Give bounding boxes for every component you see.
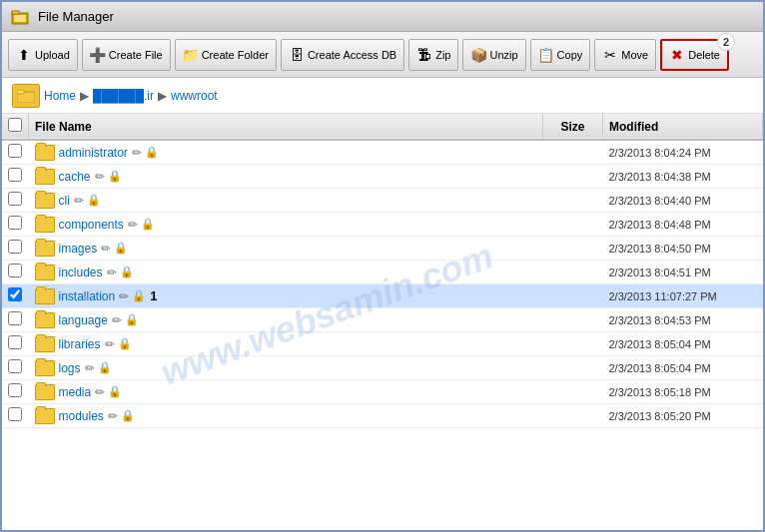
table-row: administrator✏🔒2/3/2013 8:04:24 PM [2,140,763,165]
lock-icon: 🔒 [98,361,112,374]
row-checkbox-cell [2,237,29,261]
toolbar: ⬆ Upload ➕ Create File 📁 Create Folder 🗄… [2,32,763,78]
breadcrumb-sep1: ▶ [80,89,89,103]
row-checkbox[interactable] [8,335,22,349]
row-modified-cell: 2/3/2013 8:05:04 PM [603,356,763,380]
file-link[interactable]: installation [59,289,116,303]
file-table-scroll[interactable]: File Name Size Modified administrator✏🔒2… [2,114,763,530]
folder-icon [35,360,55,376]
row-checkbox[interactable] [8,240,22,254]
folder-icon [35,288,55,304]
folder-icon [35,312,55,328]
breadcrumb-middle[interactable]: ██████.ir [93,89,154,103]
row-checkbox[interactable] [8,168,22,182]
file-link[interactable]: logs [59,361,81,375]
app-icon [10,7,30,27]
edit-icon[interactable]: ✏ [112,313,122,327]
file-link[interactable]: cache [59,170,91,184]
edit-icon[interactable]: ✏ [107,266,117,279]
table-row: media✏🔒2/3/2013 8:05:18 PM [2,380,763,404]
copy-button[interactable]: 📋 Copy [530,39,591,71]
row-checkbox-cell [2,140,29,165]
lock-icon: 🔒 [125,313,139,326]
breadcrumb-home[interactable]: Home [44,89,76,103]
lock-icon: 🔒 [114,242,128,255]
edit-icon[interactable]: ✏ [95,170,105,184]
row-checkbox[interactable] [8,216,22,230]
row-checkbox[interactable] [8,264,22,277]
row-filename-cell: modules✏🔒 [29,404,543,428]
unzip-button[interactable]: 📦 Unzip [462,39,525,71]
edit-icon[interactable]: ✏ [108,409,118,423]
breadcrumb-end[interactable]: wwwroot [171,89,218,103]
row-checkbox[interactable] [8,407,22,421]
file-list: administrator✏🔒2/3/2013 8:04:24 PMcache✏… [2,140,763,428]
title-bar: File Manager [2,2,763,32]
row-size-cell [543,213,603,237]
row-modified-cell: 2/3/2013 8:04:24 PM [603,140,763,165]
row-size-cell [543,284,603,308]
edit-icon[interactable]: ✏ [119,289,129,303]
file-link[interactable]: libraries [59,337,101,351]
row-filename-cell: media✏🔒 [29,380,543,404]
row-modified-cell: 2/3/2013 8:04:40 PM [603,189,763,213]
row-checkbox[interactable] [8,144,22,158]
svg-rect-4 [17,90,24,94]
row-filename-cell: administrator✏🔒 [29,140,543,165]
col-modified: Modified [603,114,763,140]
edit-icon[interactable]: ✏ [105,337,115,351]
file-link[interactable]: images [59,242,98,256]
file-table-container: www.websamin.com File Name Size [2,114,763,530]
file-link[interactable]: language [59,313,108,327]
zip-button[interactable]: 🗜 Zip [408,39,458,71]
table-row: language✏🔒2/3/2013 8:04:53 PM [2,308,763,332]
row-checkbox-cell [2,356,29,380]
edit-icon[interactable]: ✏ [132,146,142,160]
table-row: includes✏🔒2/3/2013 8:04:51 PM [2,261,763,284]
file-link[interactable]: components [59,218,124,232]
edit-icon[interactable]: ✏ [74,194,84,208]
create-file-button[interactable]: ➕ Create File [82,39,171,71]
create-file-icon: ➕ [90,47,106,63]
lock-icon: 🔒 [108,385,122,398]
row-checkbox[interactable] [8,383,22,397]
upload-button[interactable]: ⬆ Upload [8,39,78,71]
row-checkbox[interactable] [8,192,22,206]
file-link[interactable]: media [59,385,92,399]
row-size-cell [543,261,603,284]
create-folder-button[interactable]: 📁 Create Folder [175,39,277,71]
edit-icon[interactable]: ✏ [85,361,95,375]
row-modified-cell: 2/3/2013 8:04:50 PM [603,237,763,261]
edit-icon[interactable]: ✏ [128,218,138,232]
row-size-cell [543,380,603,404]
access-db-icon: 🗄 [289,47,305,63]
folder-icon [35,384,55,400]
upload-icon: ⬆ [16,47,32,63]
table-row: cache✏🔒2/3/2013 8:04:38 PM [2,165,763,189]
file-link[interactable]: administrator [59,146,128,160]
folder-icon [35,193,55,209]
row-size-cell [543,140,603,165]
row-filename-cell: includes✏🔒 [29,261,543,284]
select-all-checkbox[interactable] [8,118,22,132]
copy-icon: 📋 [538,47,554,63]
breadcrumb-sep2: ▶ [158,89,167,103]
installation-label-1: 1 [150,288,157,303]
file-link[interactable]: cli [59,194,70,208]
row-filename-cell: components✏🔒 [29,213,543,237]
row-checkbox-cell [2,165,29,189]
table-row: installation✏🔒12/3/2013 11:07:27 PM [2,284,763,308]
edit-icon[interactable]: ✏ [101,242,111,256]
svg-rect-2 [14,15,26,22]
move-button[interactable]: ✂ Move [594,39,656,71]
row-checkbox[interactable] [8,359,22,373]
col-filename: File Name [29,114,543,140]
folder-icon [35,217,55,233]
edit-icon[interactable]: ✏ [95,385,105,399]
file-link[interactable]: modules [59,409,104,423]
row-checkbox[interactable] [8,287,22,301]
file-link[interactable]: includes [59,266,103,279]
create-access-db-button[interactable]: 🗄 Create Access DB [281,39,404,71]
delete-button[interactable]: ✖ Delete 2 [660,39,729,71]
row-checkbox[interactable] [8,311,22,325]
